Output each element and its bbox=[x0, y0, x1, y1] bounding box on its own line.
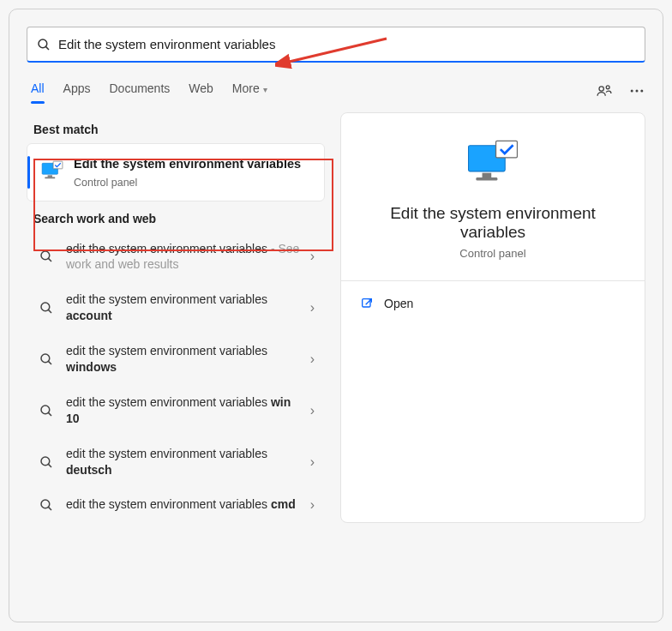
svg-point-4 bbox=[631, 90, 633, 93]
monitor-check-icon bbox=[465, 139, 520, 189]
chevron-right-icon: › bbox=[305, 352, 320, 367]
svg-line-23 bbox=[48, 507, 51, 510]
svg-line-21 bbox=[48, 464, 51, 467]
suggestion-text: edit the system environment variables - … bbox=[66, 241, 305, 273]
search-bar[interactable] bbox=[27, 27, 645, 63]
web-suggestion[interactable]: edit the system environment variables - … bbox=[27, 232, 325, 282]
web-suggestion[interactable]: edit the system environment variables wi… bbox=[27, 334, 325, 384]
svg-line-17 bbox=[48, 361, 51, 364]
chevron-right-icon: › bbox=[305, 403, 320, 418]
tab-apps[interactable]: Apps bbox=[63, 78, 91, 104]
web-suggestion[interactable]: edit the system environment variables de… bbox=[27, 437, 325, 487]
chevron-right-icon: › bbox=[305, 300, 320, 316]
search-icon bbox=[39, 454, 54, 470]
svg-rect-28 bbox=[496, 141, 518, 158]
preview-pane: Edit the system environment variables Co… bbox=[340, 112, 645, 523]
svg-rect-10 bbox=[45, 177, 55, 179]
suggestion-text: edit the system environment variables de… bbox=[66, 446, 305, 478]
results-left-column: Best match Edit the system environment v… bbox=[27, 112, 325, 523]
people-icon[interactable] bbox=[596, 82, 613, 99]
svg-point-12 bbox=[41, 251, 50, 260]
svg-rect-29 bbox=[363, 299, 370, 307]
filter-tabs: All Apps Documents Web More▾ bbox=[31, 78, 645, 104]
svg-rect-27 bbox=[476, 177, 497, 181]
svg-line-15 bbox=[48, 310, 51, 314]
best-match-title: Edit the system environment variables bbox=[74, 156, 301, 173]
tab-documents[interactable]: Documents bbox=[109, 78, 170, 104]
monitor-check-icon bbox=[41, 159, 63, 182]
svg-line-13 bbox=[48, 259, 51, 262]
best-match-subtitle: Control panel bbox=[74, 177, 301, 189]
suggestion-text: edit the system environment variables wi… bbox=[66, 394, 305, 427]
open-action[interactable]: Open bbox=[358, 290, 627, 317]
web-suggestion[interactable]: edit the system environment variables ac… bbox=[27, 283, 325, 333]
search-icon bbox=[36, 37, 51, 52]
open-icon bbox=[360, 297, 374, 310]
tab-web[interactable]: Web bbox=[189, 78, 213, 104]
web-suggestion[interactable]: edit the system environment variables wi… bbox=[27, 386, 325, 436]
search-input[interactable] bbox=[58, 37, 636, 51]
svg-point-2 bbox=[599, 87, 603, 91]
svg-point-22 bbox=[41, 500, 50, 508]
svg-rect-11 bbox=[53, 161, 63, 169]
suggestion-text: edit the system environment variables cm… bbox=[66, 496, 305, 513]
preview-subtitle: Control panel bbox=[358, 247, 627, 260]
tab-all[interactable]: All bbox=[31, 78, 45, 104]
chevron-right-icon: › bbox=[305, 497, 320, 513]
svg-line-1 bbox=[45, 46, 49, 50]
search-work-web-heading: Search work and web bbox=[33, 212, 325, 225]
suggestion-text: edit the system environment variables wi… bbox=[66, 343, 305, 376]
svg-point-6 bbox=[640, 90, 643, 93]
search-icon bbox=[39, 497, 54, 513]
chevron-right-icon: › bbox=[305, 454, 320, 470]
divider bbox=[341, 280, 645, 281]
svg-point-5 bbox=[636, 90, 639, 93]
best-match-heading: Best match bbox=[33, 123, 325, 136]
preview-title: Edit the system environment variables bbox=[358, 204, 627, 242]
tab-more[interactable]: More▾ bbox=[232, 78, 267, 104]
best-match-result[interactable]: Edit the system environment variables Co… bbox=[27, 143, 325, 201]
windows-search-panel: All Apps Documents Web More▾ Best match bbox=[9, 9, 663, 622]
search-icon bbox=[39, 300, 54, 316]
svg-line-19 bbox=[48, 412, 51, 416]
svg-point-3 bbox=[606, 86, 609, 89]
open-label: Open bbox=[384, 297, 413, 310]
chevron-right-icon: › bbox=[305, 249, 320, 264]
more-options-icon[interactable] bbox=[628, 82, 645, 99]
search-icon bbox=[39, 249, 54, 264]
svg-point-0 bbox=[39, 39, 47, 48]
svg-rect-9 bbox=[48, 175, 52, 177]
search-icon bbox=[39, 403, 54, 418]
chevron-down-icon: ▾ bbox=[263, 85, 267, 94]
suggestion-text: edit the system environment variables ac… bbox=[66, 291, 305, 324]
svg-point-16 bbox=[41, 354, 50, 363]
web-suggestion[interactable]: edit the system environment variables cm… bbox=[27, 488, 325, 521]
search-icon bbox=[39, 352, 54, 367]
svg-point-20 bbox=[41, 457, 50, 466]
svg-point-14 bbox=[41, 303, 50, 311]
svg-rect-26 bbox=[483, 173, 492, 177]
svg-point-18 bbox=[41, 406, 50, 414]
